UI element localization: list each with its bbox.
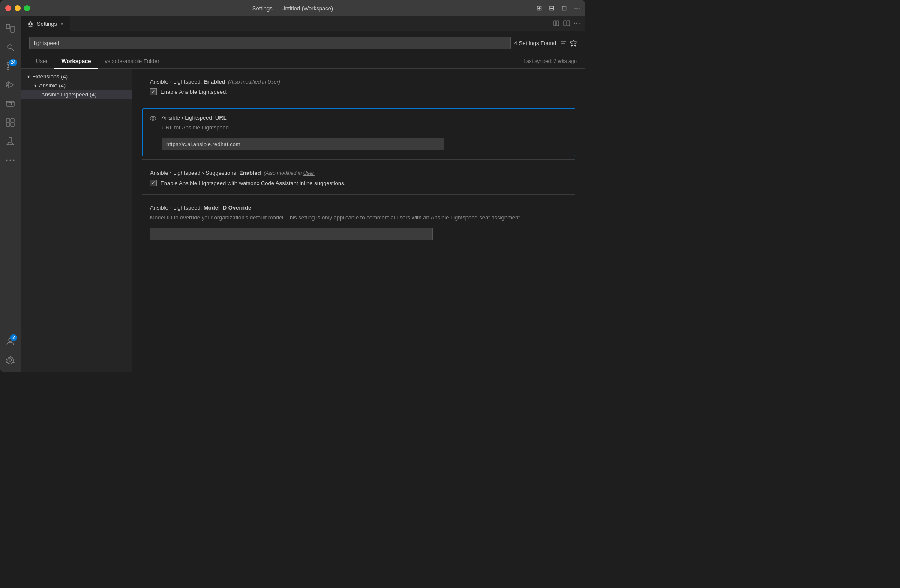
sidebar-item-testing[interactable] (2, 133, 19, 150)
minimize-button[interactable] (15, 5, 21, 11)
svg-rect-1 (11, 26, 14, 32)
settings-list: Ansible › Lightspeed: Enabled (Also modi… (132, 69, 585, 372)
traffic-lights (5, 5, 30, 11)
tree-item-ansible[interactable]: ▾ Ansible (4) (21, 81, 132, 90)
svg-point-10 (6, 85, 8, 87)
svg-point-23 (9, 359, 12, 361)
suggestions-checkbox-label: Enable Ansible Lightspeed with watsonx C… (160, 180, 345, 186)
svg-rect-0 (6, 24, 10, 29)
settings-tab[interactable]: Settings × (21, 16, 71, 31)
tree-item-lightspeed-label: Ansible Lightspeed (4) (41, 91, 96, 98)
setting-suggestions-checkbox-row: Enable Ansible Lightspeed with watsonx C… (150, 180, 575, 186)
setting-url-title: Ansible › Lightspeed: URL (162, 114, 568, 122)
divider-2 (142, 159, 575, 160)
svg-point-29 (574, 23, 575, 24)
filter-results-icon[interactable] (560, 40, 567, 47)
editor-area: Settings × (21, 16, 585, 372)
svg-point-21 (13, 160, 15, 161)
settings-tab-close[interactable]: × (60, 21, 63, 27)
sidebar-item-settings-gear[interactable] (2, 351, 19, 369)
tab-bar: Settings × (21, 16, 585, 32)
search-input[interactable] (29, 37, 511, 49)
setting-item-model-id: Ansible › Lightspeed: Model ID Override … (142, 200, 575, 245)
tab-folder-suffix: Folder (144, 58, 159, 64)
tab-folder[interactable]: vscode-ansible Folder (98, 54, 166, 69)
model-id-input[interactable] (150, 228, 433, 240)
svg-rect-28 (567, 21, 570, 26)
search-results-count: 4 Settings Found (514, 40, 556, 46)
suggestions-checkbox[interactable] (150, 180, 157, 186)
source-control-badge: 24 (9, 59, 17, 66)
divider-1 (142, 103, 575, 103)
extensions-arrow-icon: ▾ (27, 74, 30, 79)
titlebar: Settings — Untitled (Workspace) ⊞ ⊟ ⊡ ⋯ (0, 0, 585, 16)
sidebar-item-run-debug[interactable] (2, 76, 19, 93)
search-bar: 4 Settings Found (21, 32, 585, 54)
account-badge: 2 (10, 334, 17, 341)
svg-point-30 (576, 23, 577, 24)
sidebar-item-source-control[interactable]: 24 (2, 57, 19, 75)
svg-line-3 (12, 48, 14, 51)
tree-item-extensions[interactable]: ▾ Extensions (4) (21, 72, 132, 81)
tab-workspace[interactable]: Workspace (54, 54, 98, 69)
split-layout-icon[interactable]: ⊡ (561, 4, 567, 12)
svg-rect-15 (11, 119, 14, 122)
svg-rect-25 (554, 21, 556, 26)
activity-bar: 24 (0, 16, 21, 372)
svg-rect-27 (564, 21, 566, 26)
sidebar-item-explorer[interactable] (2, 20, 19, 37)
sidebar-item-account[interactable]: 2 (2, 333, 19, 350)
setting-enabled-checkbox-row: Enable Ansible Lightspeed. (150, 88, 575, 95)
svg-point-36 (152, 117, 154, 120)
enabled-checkbox[interactable] (150, 88, 157, 95)
url-input[interactable] (162, 138, 444, 150)
sidebar-item-remote-explorer[interactable] (2, 95, 19, 112)
divider-3 (142, 194, 575, 195)
setting-suggestions-title: Ansible › Lightspeed › Suggestions: Enab… (150, 169, 575, 177)
svg-point-24 (29, 23, 32, 25)
svg-point-5 (7, 68, 9, 70)
setting-item-enabled: Ansible › Lightspeed: Enabled (Also modi… (142, 74, 575, 99)
settings-nav-tabs: User Workspace vscode-ansible Folder Las… (21, 54, 585, 69)
settings-main: ▾ Extensions (4) ▾ Ansible (4) Ansible L… (21, 69, 585, 372)
titlebar-actions: ⊞ ⊟ ⊡ ⋯ (537, 4, 580, 12)
split-editor-icon[interactable] (563, 20, 570, 28)
tree-item-ansible-label: Ansible (4) (39, 82, 66, 89)
svg-rect-14 (6, 119, 10, 122)
svg-point-31 (579, 23, 579, 24)
app-body: 24 (0, 16, 585, 372)
setting-model-id-desc: Model ID to override your organization's… (150, 213, 575, 222)
setting-item-url: Ansible › Lightspeed: URL URL for Ansibl… (142, 108, 575, 156)
sidebar-layout-icon[interactable]: ⊞ (537, 4, 542, 12)
tab-actions (553, 20, 585, 28)
svg-marker-8 (9, 82, 13, 88)
more-activity-icon[interactable] (2, 152, 19, 169)
tree-item-ansible-lightspeed[interactable]: Ansible Lightspeed (4) (21, 90, 132, 99)
sidebar-item-search[interactable] (2, 39, 19, 56)
panel-layout-icon[interactable]: ⊟ (549, 4, 555, 12)
tab-user[interactable]: User (29, 54, 54, 69)
svg-point-2 (8, 45, 12, 49)
url-setting-content: Ansible › Lightspeed: URL URL for Ansibl… (162, 114, 568, 150)
url-gear-icon[interactable] (150, 115, 156, 123)
more-actions-icon[interactable]: ⋯ (574, 4, 580, 12)
ansible-arrow-icon: ▾ (34, 83, 36, 88)
settings-tree: ▾ Extensions (4) ▾ Ansible (4) Ansible L… (21, 69, 132, 372)
setting-model-id-title: Ansible › Lightspeed: Model ID Override (150, 204, 575, 212)
maximize-button[interactable] (24, 5, 30, 11)
close-button[interactable] (5, 5, 11, 11)
search-results-badge: 4 Settings Found (514, 40, 577, 47)
sidebar-item-extensions[interactable] (2, 114, 19, 131)
clear-search-icon[interactable] (570, 40, 577, 47)
svg-point-9 (6, 83, 8, 84)
last-synced-label: Last synced: 2 wks ago (523, 58, 577, 64)
settings-tab-icon (27, 21, 33, 27)
setting-item-suggestions: Ansible › Lightspeed › Suggestions: Enab… (142, 165, 575, 191)
settings-container: 4 Settings Found User Work (21, 32, 585, 372)
open-settings-json-icon[interactable] (553, 20, 560, 28)
more-tab-actions-icon[interactable] (573, 20, 580, 28)
window-title: Settings — Untitled (Workspace) (252, 5, 333, 12)
svg-rect-16 (6, 123, 10, 126)
setting-enabled-title: Ansible › Lightspeed: Enabled (Also modi… (150, 78, 575, 86)
tree-item-extensions-label: Extensions (4) (32, 73, 68, 80)
